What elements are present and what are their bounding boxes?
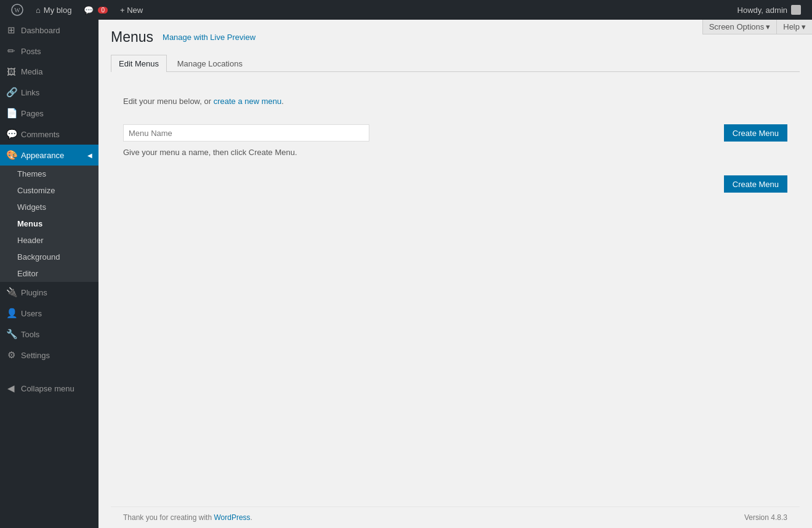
site-name-button[interactable]: ⌂ My blog: [30, 0, 78, 20]
footer-thank-you: Thank you for creating with: [123, 513, 212, 522]
sidebar-label-posts: Posts: [21, 47, 41, 56]
create-menu-bottom-row: Create Menu: [123, 175, 787, 193]
help-arrow-icon: ▾: [802, 22, 806, 31]
menu-name-input[interactable]: [123, 124, 369, 142]
footer-wordpress-link[interactable]: WordPress: [214, 513, 250, 522]
sidebar-item-posts[interactable]: ✏ Posts: [0, 41, 98, 62]
sidebar-label-dashboard: Dashboard: [21, 26, 60, 35]
help-button[interactable]: Help ▾: [776, 20, 812, 34]
sidebar-label-collapse: Collapse menu: [21, 384, 74, 393]
admin-sidebar: ⊞ Dashboard ✏ Posts 🖼 Media 🔗 Links 📄 Pa…: [0, 20, 98, 528]
svg-text:W: W: [14, 7, 20, 14]
plugins-icon: 🔌: [6, 287, 16, 298]
posts-icon: ✏: [6, 46, 16, 57]
sidebar-label-appearance: Appearance: [21, 151, 64, 160]
collapse-icon: ◀: [6, 383, 16, 394]
screen-options-arrow-icon: ▾: [766, 22, 770, 31]
sidebar-item-pages[interactable]: 📄 Pages: [0, 103, 98, 124]
sidebar-item-users[interactable]: 👤 Users: [0, 303, 98, 324]
user-menu[interactable]: Howdy, admin: [731, 5, 807, 15]
sidebar-label-comments: Comments: [21, 130, 60, 139]
sidebar-item-links[interactable]: 🔗 Links: [0, 82, 98, 103]
sidebar-collapse-button[interactable]: ◀ Collapse menu: [0, 378, 98, 399]
screen-meta-links: Screen Options ▾ Help ▾: [702, 20, 812, 34]
footer-version: Version 4.8.3: [744, 513, 787, 522]
page-header: Menus Manage with Live Preview: [111, 29, 800, 46]
submenu-item-header[interactable]: Header: [0, 232, 98, 249]
submenu-item-background[interactable]: Background: [0, 249, 98, 265]
create-new-menu-link[interactable]: create a new menu: [214, 97, 282, 106]
edit-notice-text: Edit your menu below, or: [123, 97, 211, 106]
sidebar-item-plugins[interactable]: 🔌 Plugins: [0, 282, 98, 303]
sidebar-label-pages: Pages: [21, 109, 44, 118]
home-icon: ⌂: [36, 6, 41, 15]
avatar: [791, 5, 801, 15]
sidebar-label-tools: Tools: [21, 330, 39, 339]
appearance-icon: 🎨: [6, 150, 16, 161]
submenu-item-customize[interactable]: Customize: [0, 182, 98, 199]
dashboard-icon: ⊞: [6, 25, 16, 36]
howdy-text: Howdy, admin: [738, 6, 787, 15]
sidebar-label-settings: Settings: [21, 351, 50, 360]
wp-footer: Thank you for creating with WordPress. V…: [111, 506, 800, 528]
sidebar-label-users: Users: [21, 309, 42, 318]
main-content-area: Screen Options ▾ Help ▾ Menus Manage wit…: [98, 20, 812, 528]
create-menu-button-top[interactable]: Create Menu: [724, 124, 787, 142]
submenu-item-themes[interactable]: Themes: [0, 166, 98, 182]
wp-logo-button[interactable]: W: [5, 0, 30, 20]
submenu-item-editor[interactable]: Editor: [0, 265, 98, 282]
screen-options-label: Screen Options: [709, 22, 765, 31]
comments-sidebar-icon: 💬: [6, 129, 16, 140]
tab-manage-locations[interactable]: Manage Locations: [169, 55, 251, 72]
sidebar-item-settings[interactable]: ⚙ Settings: [0, 345, 98, 366]
edit-notice-end: .: [281, 97, 284, 106]
comments-icon: 💬: [84, 6, 94, 15]
sidebar-item-appearance[interactable]: 🎨 Appearance ◀: [0, 145, 98, 166]
page-title: Menus: [111, 29, 153, 46]
sidebar-item-tools[interactable]: 🔧 Tools: [0, 324, 98, 345]
tab-edit-menus[interactable]: Edit Menus: [111, 55, 167, 72]
sidebar-label-media: Media: [21, 67, 42, 76]
media-icon: 🖼: [6, 66, 16, 77]
menu-hint-text: Give your menu a name, then click Create…: [123, 148, 787, 157]
new-label: + New: [120, 6, 143, 15]
menu-name-row: Create Menu: [123, 124, 787, 142]
pages-icon: 📄: [6, 108, 16, 119]
appearance-arrow-icon: ◀: [87, 152, 92, 159]
links-icon: 🔗: [6, 87, 16, 98]
nav-tabs: Edit Menus Manage Locations: [111, 55, 800, 72]
comments-button[interactable]: 💬 0: [78, 0, 114, 20]
create-menu-button-bottom[interactable]: Create Menu: [724, 175, 787, 193]
settings-icon: ⚙: [6, 350, 16, 361]
admin-bar: W ⌂ My blog 💬 0 + New Howdy, admin: [0, 0, 812, 20]
sidebar-label-plugins: Plugins: [21, 288, 47, 297]
help-label: Help: [783, 22, 800, 31]
screen-options-button[interactable]: Screen Options ▾: [702, 20, 777, 34]
sidebar-item-dashboard[interactable]: ⊞ Dashboard: [0, 20, 98, 41]
sidebar-item-media[interactable]: 🖼 Media: [0, 62, 98, 82]
manage-live-preview-link[interactable]: Manage with Live Preview: [163, 33, 255, 42]
comments-count-badge: 0: [98, 7, 108, 14]
footer-left: Thank you for creating with WordPress.: [123, 513, 252, 522]
new-content-button[interactable]: + New: [114, 0, 149, 20]
appearance-submenu: Themes Customize Widgets Menus Header Ba…: [0, 166, 98, 282]
users-icon: 👤: [6, 308, 16, 319]
edit-menus-content: Edit your menu below, or create a new me…: [111, 84, 800, 205]
sidebar-label-links: Links: [21, 88, 39, 97]
submenu-item-menus[interactable]: Menus: [0, 215, 98, 232]
submenu-item-widgets[interactable]: Widgets: [0, 199, 98, 215]
tools-icon: 🔧: [6, 329, 16, 340]
site-name: My blog: [44, 6, 72, 15]
edit-notice: Edit your menu below, or create a new me…: [123, 97, 787, 106]
sidebar-item-comments[interactable]: 💬 Comments: [0, 124, 98, 145]
